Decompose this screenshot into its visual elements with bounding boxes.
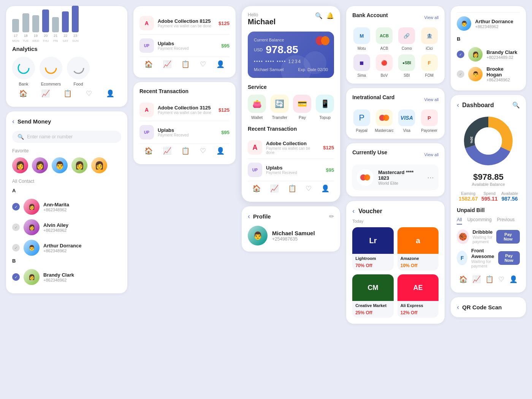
voucher-ali[interactable]: AE Ali Express 12% Off [397, 274, 439, 318]
dashboard-back-icon[interactable]: ‹ [457, 101, 459, 109]
nav-home-2[interactable]: 🏠 [144, 60, 153, 68]
search-box[interactable]: 🔍 Enter name or number [12, 131, 121, 143]
nav-chart-dash[interactable]: 📈 [472, 275, 481, 283]
tx-adobe-icon: A [248, 140, 262, 155]
voucher-cm[interactable]: CM Creative Market 25% Off [352, 274, 394, 318]
card-visa[interactable]: VISA Visa [397, 109, 416, 133]
segment-30-label: 30% [470, 136, 473, 143]
nav-home-dash[interactable]: 🏠 [459, 275, 467, 283]
sima-icon: ◼ [353, 54, 370, 71]
fav-avatar-1[interactable]: 👩 [12, 157, 28, 173]
card-payoneer[interactable]: P Payoneer [420, 109, 439, 133]
como-label: Como [402, 46, 412, 51]
search-icon: 🔍 [17, 134, 24, 140]
nav-person-icon[interactable]: 👤 [106, 89, 114, 98]
bank-bov[interactable]: 🔴 BoV [375, 54, 393, 78]
search-header-icon[interactable]: 🔍 [315, 12, 323, 19]
nav-chart-main[interactable]: 📈 [270, 184, 279, 193]
exp-date: Exp. Date 02/30 [298, 67, 328, 72]
profile-nav: ‹ Profile [248, 212, 271, 220]
pay-now-dribbble[interactable]: Pay Now [496, 230, 520, 244]
contact-brooke-right[interactable]: ✓ 👨 Brooke Hogan +862348962 [457, 64, 520, 84]
bar-18 [22, 13, 29, 32]
dashboard-search-icon[interactable]: 🔍 [512, 101, 520, 109]
tab-upcomming[interactable]: Upcomming [467, 217, 492, 225]
bank-sbi[interactable]: ●SBI SBI [397, 54, 416, 78]
all-contact-label: All Contact [12, 179, 121, 184]
profile-back-icon[interactable]: ‹ [248, 212, 250, 220]
bill-front: F Front Awesome Waiting for payment Pay … [457, 248, 520, 268]
nav-list-dash[interactable]: 📋 [485, 275, 494, 283]
nav-person-main[interactable]: 👤 [321, 184, 329, 193]
nav-home-main[interactable]: 🏠 [252, 184, 261, 193]
contact-brandy[interactable]: ✓ 👩 Brandy Clark +862348962 [12, 267, 121, 287]
bank-icici[interactable]: 🏦 iCici [420, 27, 439, 51]
voucher-amazon[interactable]: a Amazone 10% Off [397, 227, 439, 271]
nav-chart-2[interactable]: 📈 [163, 60, 171, 68]
analytics-icons: Bank Ecommers Food [12, 57, 121, 86]
brandy-info-right: Brandy Clark +80234489.02 [486, 49, 520, 60]
nav-heart-3[interactable]: ♡ [200, 147, 206, 155]
tab-all[interactable]: All [457, 217, 462, 225]
fav-avatar-4[interactable]: 👩 [71, 157, 87, 173]
nav-list-2[interactable]: 📋 [181, 60, 190, 68]
chart-card: 17 MON 18 TUE 19 WED 20 THU 21 FRI [6, 6, 127, 107]
bottom-nav-dashboard: 🏠 📈 📋 ♡ 👤 [457, 272, 520, 287]
nav-heart-2[interactable]: ♡ [200, 60, 206, 68]
balance-big: $978.85 [457, 172, 520, 182]
contact-brandy-right[interactable]: ✓ 👩 Brandy Clark +80234489.02 [457, 45, 520, 64]
contact-info-arthur: Arthur Dorrance +862348962 [43, 243, 121, 253]
contact-arthur[interactable]: ✓ 👨 Arthur Dorrance +862348962 [12, 238, 121, 258]
service-topup[interactable]: 📱 Topup [316, 95, 334, 120]
nav-home-3[interactable]: 🏠 [144, 147, 153, 155]
nav-chart-icon[interactable]: 📈 [41, 89, 50, 98]
column-3: Hello Michael 🔍 🔔 Current Balance USD [242, 6, 340, 393]
fav-avatar-5[interactable]: 👩 [91, 157, 107, 173]
voucher-lightroom[interactable]: Lr Lightroom 70% Off [352, 227, 394, 271]
profile-edit-icon[interactable]: ✏ [329, 213, 334, 220]
brooke-name-right: Brooke Hogan [486, 66, 520, 78]
bank-fom[interactable]: F FOM [420, 54, 439, 78]
service-wallet[interactable]: 👛 Wallet [248, 95, 266, 120]
pay-now-front[interactable]: Pay Now [498, 251, 520, 265]
bar-22 [62, 11, 69, 32]
bank-view-all[interactable]: View all [424, 15, 439, 20]
card-paypal[interactable]: P Paypal [352, 109, 371, 133]
contact-alvin[interactable]: ✓ 👩 Alvin Ailey +862348962 [12, 217, 121, 238]
service-pay[interactable]: 💳 Pay [293, 95, 311, 120]
voucher-back-icon[interactable]: ‹ [352, 207, 355, 215]
bank-motu[interactable]: M Motu [352, 27, 371, 51]
current-card-item[interactable]: Mastercard **** 1823 World Elite ⋯ [352, 165, 439, 190]
nav-list-3[interactable]: 📋 [181, 147, 190, 155]
send-money-back-icon[interactable]: ‹ [12, 117, 14, 125]
contact-ann[interactable]: ✓ 👩 Ann-Marita +862348962 [12, 196, 121, 217]
nav-chart-3[interactable]: 📈 [163, 147, 171, 155]
sbi-label: SBI [404, 73, 410, 78]
nav-heart-main[interactable]: ♡ [306, 184, 312, 193]
contact-avatar-arthur: 👨 [24, 240, 40, 256]
nav-list-icon[interactable]: 📋 [63, 89, 72, 98]
fav-avatar-2[interactable]: 👩 [32, 157, 48, 173]
nav-heart-dash[interactable]: ♡ [498, 275, 504, 283]
bell-icon[interactable]: 🔔 [326, 12, 334, 19]
nav-person-3[interactable]: 👤 [216, 147, 225, 155]
nav-person-dash[interactable]: 👤 [509, 275, 518, 283]
bank-sima[interactable]: ◼ Sima [352, 54, 371, 78]
card-mastercard[interactable]: Mastercarc [375, 109, 393, 133]
nav-list-main[interactable]: 📋 [288, 184, 296, 193]
bank-acb[interactable]: ACB ACB [375, 27, 393, 51]
nav-home-icon[interactable]: 🏠 [19, 89, 27, 98]
qr-title: QR Code Scan [462, 304, 502, 310]
intl-view-all[interactable]: View all [424, 97, 439, 102]
section-letter-b: B [12, 258, 121, 264]
uplabs-sub-top: Payment Receved [158, 46, 217, 51]
fav-avatar-3[interactable]: 👨 [52, 157, 68, 173]
nav-person-2[interactable]: 👤 [216, 60, 225, 68]
qr-back-icon[interactable]: ‹ [457, 303, 459, 311]
nav-heart-icon[interactable]: ♡ [86, 89, 92, 98]
bank-como[interactable]: 🔗 Como [397, 27, 416, 51]
service-transfer[interactable]: 🔄 Transfer [271, 95, 289, 120]
currently-view-all[interactable]: View all [424, 152, 439, 157]
cu-more-icon[interactable]: ⋯ [427, 173, 434, 182]
tab-previous[interactable]: Previous [497, 217, 515, 225]
